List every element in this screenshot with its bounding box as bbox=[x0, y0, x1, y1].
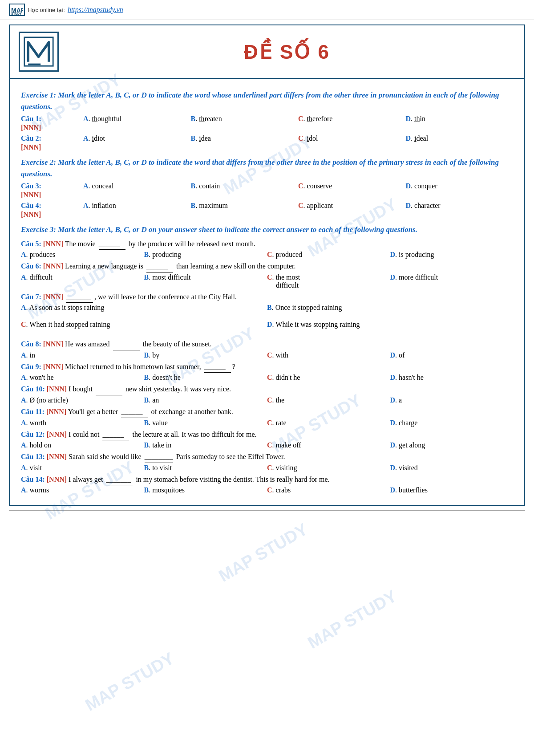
q7-question: Câu 7: [NNN] _______, we will leave for … bbox=[21, 291, 513, 303]
q1-label: Câu 1: bbox=[21, 115, 83, 123]
exercise1-heading: Exercise 1: Mark the letter A, B, C, or … bbox=[21, 89, 513, 112]
q11-options: A. worth B. value C. rate D. charge bbox=[21, 419, 513, 427]
q1-row: Câu 1: A. thoughtful B. threaten C. ther… bbox=[21, 115, 513, 123]
title-area: ĐỀ SỐ 6 bbox=[59, 41, 515, 63]
q8-question: Câu 8: [NNN] He was amazed ______ the be… bbox=[21, 338, 513, 350]
q2-optC: C. idol bbox=[298, 134, 406, 142]
q4-optD: D. character bbox=[406, 202, 514, 210]
q13-question: Câu 13: [NNN] Sarah said she would like … bbox=[21, 451, 513, 463]
q10-options: A. Ø (no article) B. an C. the D. a bbox=[21, 396, 513, 404]
q3-optD: D. conquer bbox=[406, 182, 514, 190]
tagline-text: Học online tại: bbox=[28, 7, 65, 13]
main-title: ĐỀ SỐ 6 bbox=[59, 41, 515, 63]
q4-optA: A. inflation bbox=[83, 202, 191, 210]
q3-optB: B. contain bbox=[191, 182, 299, 190]
exercise3-heading: Exercise 3: Mark the letter A, B, C, or … bbox=[21, 224, 513, 236]
watermark-10: MAP STUDY bbox=[82, 649, 178, 715]
q2-label: Câu 2: bbox=[21, 134, 83, 142]
q1-optC: C. therefore bbox=[298, 115, 406, 123]
header-section: ĐỀ SỐ 6 bbox=[10, 25, 524, 79]
q4-optC: C. applicant bbox=[298, 202, 406, 210]
q11-question: Câu 11: [NNN] You'll get a better ______… bbox=[21, 406, 513, 418]
watermark-9: MAP STUDY bbox=[304, 586, 400, 653]
q1-badge: [NNN] bbox=[21, 124, 513, 132]
q10-question: Câu 10: [NNN] I bought __ new shirt yest… bbox=[21, 383, 513, 395]
q14-question: Câu 14: [NNN] I always get _______ in my… bbox=[21, 474, 513, 486]
q3-optC: C. conserve bbox=[298, 182, 406, 190]
top-bar-logo: MAP STUDY Học online tại: https://mapstu… bbox=[9, 4, 123, 16]
q4-label: Câu 4: bbox=[21, 202, 83, 210]
top-bar: MAP STUDY Học online tại: https://mapstu… bbox=[0, 0, 534, 20]
q2-row: Câu 2: A. idiot B. idea C. idol D. ideal bbox=[21, 134, 513, 142]
q2-badge: [NNN] bbox=[21, 143, 513, 151]
q5-question: Câu 5: [NNN] The movie ______ by the pro… bbox=[21, 238, 513, 250]
q9-options: A. won't he B. doesn't he C. didn't he D… bbox=[21, 374, 513, 382]
m-logo bbox=[19, 32, 59, 72]
q3-label: Câu 3: bbox=[21, 182, 83, 190]
q2-optD: D. ideal bbox=[406, 134, 514, 142]
q1-optA: A. thoughtful bbox=[83, 115, 191, 123]
q5-options: A. produces B. producing C. produced D. … bbox=[21, 251, 513, 259]
website-link[interactable]: https://mapstudy.vn bbox=[68, 6, 123, 14]
watermark-8: MAP STUDY bbox=[215, 520, 311, 586]
q1-optD: D. thin bbox=[406, 115, 514, 123]
q2-optB: B. idea bbox=[191, 134, 299, 142]
q1-optB: B. threaten bbox=[191, 115, 299, 123]
content-box: ĐỀ SỐ 6 Exercise 1: Mark the letter A, B… bbox=[9, 24, 525, 506]
q12-options: A. hold on B. take in C. make off D. get… bbox=[21, 441, 513, 449]
q14-options: A. worms B. mosquitoes C. crabs D. butte… bbox=[21, 486, 513, 494]
q3-optA: A. conceal bbox=[83, 182, 191, 190]
body-section: Exercise 1: Mark the letter A, B, C, or … bbox=[10, 79, 524, 505]
q4-optB: B. maximum bbox=[191, 202, 299, 210]
page-wrapper: MAP STUDY MAP STUDY MAP STUDY MAP STUDY … bbox=[0, 0, 534, 756]
q6-question: Câu 6: [NNN] Learning a new language is … bbox=[21, 260, 513, 272]
logo-icon: MAP STUDY bbox=[9, 4, 25, 16]
q13-options: A. visit B. to visit C. visiting D. visi… bbox=[21, 464, 513, 472]
q7-options: A. As soon as it stops raining B. Once i… bbox=[21, 304, 513, 337]
q3-row: Câu 3: A. conceal B. contain C. conserve… bbox=[21, 182, 513, 190]
q6-options: A. difficult B. most difficult C. the mo… bbox=[21, 273, 513, 289]
q9-question: Câu 9: [NNN] Michael returned to his hom… bbox=[21, 361, 513, 373]
q3-badge: [NNN] bbox=[21, 191, 513, 199]
q2-optA: A. idiot bbox=[83, 134, 191, 142]
bottom-divider bbox=[9, 510, 525, 511]
q4-badge: [NNN] bbox=[21, 211, 513, 219]
svg-text:STUDY: STUDY bbox=[11, 12, 22, 15]
q8-options: A. in B. by C. with D. of bbox=[21, 351, 513, 359]
q4-row: Câu 4: A. inflation B. maximum C. applic… bbox=[21, 202, 513, 210]
q12-question: Câu 12: [NNN] I could not ______ the lec… bbox=[21, 429, 513, 441]
exercise2-heading: Exercise 2: Mark the letter A, B, C, or … bbox=[21, 157, 513, 179]
